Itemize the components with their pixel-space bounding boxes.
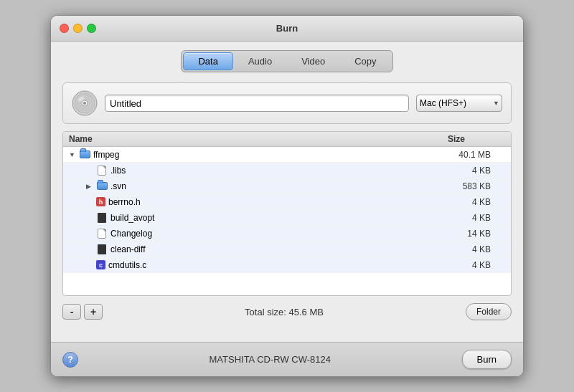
file-list-body[interactable]: ▼ ffmpeg 40.1 MB .li [63,147,511,295]
disc-icon [72,90,98,116]
file-name: clean-diff [110,244,145,254]
disclosure-triangle-closed[interactable]: ▶ [86,183,93,190]
file-name: .svn [110,181,126,191]
disc-name-input[interactable] [105,95,409,112]
file-name-cell: build_avopt [86,212,448,224]
tab-audio[interactable]: Audio [234,52,286,70]
file-size-cell: 4 KB [448,260,505,270]
file-size-cell: 40.1 MB [448,150,505,160]
black-file-icon [96,244,108,255]
minimize-button[interactable] [73,24,83,33]
header-name: Name [69,134,448,144]
folder-icon [79,149,90,161]
h-file-icon: h [96,197,105,206]
format-select[interactable]: Mac (HFS+) ISO 9660 DVD-ROM (UDF) [416,95,502,112]
table-row[interactable]: ▼ ffmpeg 40.1 MB [63,147,511,163]
file-size-cell: 4 KB [448,197,505,207]
file-size-cell: 4 KB [448,213,505,223]
help-button[interactable]: ? [62,352,78,368]
tabs-container: Data Audio Video Copy [62,50,512,72]
file-name: Changelog [110,229,152,239]
file-name-cell: c cmdutils.c [86,260,448,270]
maximize-button[interactable] [87,24,96,33]
file-name-cell: .libs [86,165,448,176]
table-row[interactable]: c cmdutils.c 4 KB [63,257,511,273]
tab-video[interactable]: Video [287,52,339,70]
table-row[interactable]: build_avopt 4 KB [63,210,511,226]
titlebar: Burn [51,16,523,42]
table-row[interactable]: Changelog 14 KB [63,226,511,242]
black-file-icon [96,212,108,224]
file-name: cmdutils.c [108,260,146,270]
format-select-wrapper: Mac (HFS+) ISO 9660 DVD-ROM (UDF) [416,95,502,112]
bottom-bar: - + Total size: 45.6 MB Folder [62,303,512,320]
window-title: Burn [276,23,298,34]
table-row[interactable]: .libs 4 KB [63,163,511,178]
tab-bar: Data Audio Video Copy [181,50,392,72]
table-row[interactable]: clean-diff 4 KB [63,242,511,257]
add-button[interactable]: + [84,304,103,320]
close-button[interactable] [60,24,69,33]
remove-button[interactable]: - [62,304,81,320]
folder-button[interactable]: Folder [466,303,512,320]
file-name: berrno.h [108,197,141,207]
disclosure-triangle-open[interactable]: ▼ [69,151,76,158]
folder-icon [96,181,108,192]
burn-window: Burn Data Audio Video Copy [50,15,524,377]
file-name-cell: clean-diff [86,244,448,255]
file-name: ffmpeg [93,150,119,160]
file-name: build_avopt [110,213,154,223]
tab-data[interactable]: Data [183,52,232,70]
svg-point-3 [83,102,86,105]
disc-section: Mac (HFS+) ISO 9660 DVD-ROM (UDF) [62,82,512,124]
total-size-label: Total size: 45.6 MB [105,307,463,317]
file-list-header: Name Size [63,132,511,147]
generic-file-icon [96,228,108,239]
content-area: Data Audio Video Copy Mac (HFS+) [51,42,523,342]
generic-file-icon [96,165,108,176]
file-name-cell: ▶ .svn [86,181,448,192]
header-size: Size [448,134,505,144]
burn-button[interactable]: Burn [462,350,512,369]
file-name-cell: Changelog [86,228,448,239]
table-row[interactable]: ▶ .svn 583 KB [63,178,511,194]
file-size-cell: 14 KB [448,229,505,239]
tab-copy[interactable]: Copy [340,52,390,70]
c-file-icon: c [96,260,105,269]
traffic-lights [60,24,96,33]
file-name: .libs [110,166,126,176]
footer: ? MATSHITA CD-RW CW-8124 Burn [51,342,523,376]
table-row[interactable]: h berrno.h 4 KB [63,194,511,210]
device-label: MATSHITA CD-RW CW-8124 [85,354,455,365]
file-size-cell: 4 KB [448,244,505,254]
file-size-cell: 4 KB [448,166,505,176]
file-name-cell: h berrno.h [86,197,448,207]
file-size-cell: 583 KB [448,181,505,191]
file-list: Name Size ▼ ffmpeg 40.1 MB [62,131,512,296]
file-name-cell: ▼ ffmpeg [69,149,448,161]
